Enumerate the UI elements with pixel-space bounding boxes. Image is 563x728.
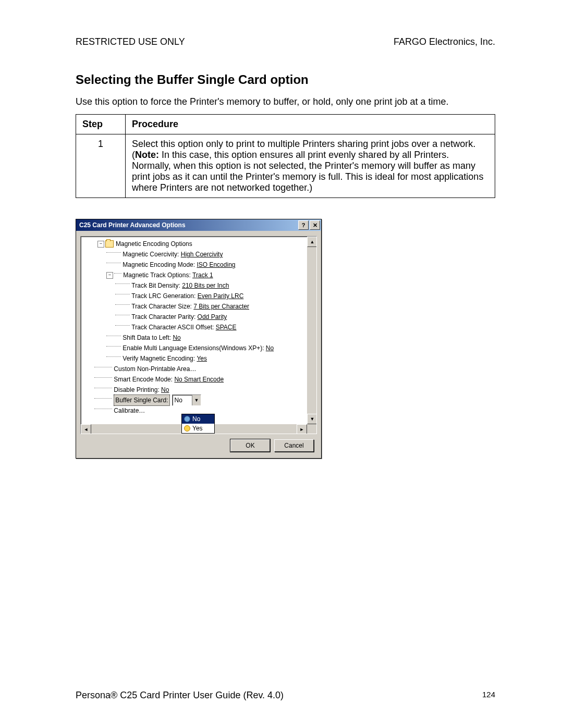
- scroll-down-icon[interactable]: ▼: [307, 414, 317, 424]
- dropdown-option-no[interactable]: No: [182, 414, 214, 424]
- chevron-down-icon[interactable]: ▼: [192, 395, 201, 405]
- tree-item[interactable]: Track Character Size: 7 Bits per Charact…: [83, 301, 316, 312]
- options-tree[interactable]: − Magnetic Encoding Options Magnetic Coe…: [80, 236, 317, 434]
- procedure-table: Step Procedure 1 Select this option only…: [76, 114, 495, 198]
- col-procedure: Procedure: [126, 115, 495, 134]
- scrollbar-corner: [307, 424, 316, 434]
- header-right: FARGO Electronics, Inc.: [394, 36, 495, 47]
- section-title: Selecting the Buffer Single Card option: [76, 72, 495, 87]
- tree-item[interactable]: Disable Printing: No: [83, 385, 316, 395]
- vertical-scrollbar[interactable]: ▲ ▼: [307, 237, 316, 424]
- close-button[interactable]: ✕: [310, 220, 320, 230]
- folder-icon: [105, 240, 114, 248]
- page-number: 124: [482, 690, 495, 701]
- header-left: RESTRICTED USE ONLY: [76, 36, 185, 47]
- tree-root-label: Magnetic Encoding Options: [116, 239, 192, 249]
- combo-value: No: [173, 395, 192, 405]
- intro-text: Use this option to force the Printer's m…: [76, 95, 495, 108]
- tree-item[interactable]: Track Character Parity: Odd Parity: [83, 312, 316, 322]
- table-header-row: Step Procedure: [76, 115, 495, 134]
- tree-item-buffer-single-card[interactable]: Buffer Single Card: No ▼: [83, 395, 316, 405]
- tree-root[interactable]: − Magnetic Encoding Options: [83, 239, 316, 249]
- combo-dropdown[interactable]: No Yes: [181, 414, 215, 434]
- page-footer: Persona® C25 Card Printer User Guide (Re…: [76, 690, 495, 701]
- lightbulb-off-icon: [184, 416, 190, 422]
- tree-item[interactable]: Custom Non-Printable Area…: [83, 364, 316, 374]
- col-step: Step: [76, 115, 126, 134]
- collapse-icon[interactable]: −: [106, 272, 113, 279]
- tree-item[interactable]: − Magnetic Track Options: Track 1: [83, 270, 316, 280]
- tree-item[interactable]: Smart Encode Mode: No Smart Encode: [83, 374, 316, 385]
- step-number: 1: [76, 134, 126, 198]
- dialog-screenshot: C25 Card Printer Advanced Options ? ✕ − …: [76, 219, 322, 459]
- cancel-button[interactable]: Cancel: [274, 439, 314, 452]
- dialog-titlebar[interactable]: C25 Card Printer Advanced Options ? ✕: [76, 219, 321, 231]
- procedure-text: Select this option only to print to mult…: [126, 134, 495, 198]
- tree-item[interactable]: Track Bit Density: 210 Bits per Inch: [83, 280, 316, 291]
- tree-item[interactable]: Track Character ASCII Offset: SPACE: [83, 322, 316, 332]
- table-row: 1 Select this option only to print to mu…: [76, 134, 495, 198]
- selected-tree-label: Buffer Single Card:: [114, 394, 169, 406]
- lightbulb-on-icon: [184, 425, 190, 431]
- page-header: RESTRICTED USE ONLY FARGO Electronics, I…: [76, 36, 495, 47]
- scroll-right-icon[interactable]: ►: [297, 424, 307, 434]
- tree-item[interactable]: Enable Multi Language Extensions(Windows…: [83, 343, 316, 353]
- note-label: Note:: [135, 150, 159, 160]
- document-page: RESTRICTED USE ONLY FARGO Electronics, I…: [0, 0, 563, 728]
- dropdown-option-yes[interactable]: Yes: [182, 424, 214, 433]
- dialog-body: − Magnetic Encoding Options Magnetic Coe…: [76, 231, 321, 458]
- tree-item[interactable]: Magnetic Coercivity: High Coercivity: [83, 249, 316, 260]
- tree-item[interactable]: Track LRC Generation: Even Parity LRC: [83, 291, 316, 301]
- help-button[interactable]: ?: [298, 220, 309, 230]
- footer-left: Persona® C25 Card Printer User Guide (Re…: [76, 690, 284, 701]
- tree-item[interactable]: Verify Magnetic Encoding: Yes: [83, 353, 316, 364]
- dialog-button-row: OK Cancel: [80, 434, 317, 457]
- ok-button[interactable]: OK: [230, 439, 270, 452]
- tree-item[interactable]: Shift Data to Left: No: [83, 332, 316, 343]
- collapse-icon[interactable]: −: [97, 241, 104, 248]
- scroll-left-icon[interactable]: ◄: [81, 424, 91, 434]
- scroll-up-icon[interactable]: ▲: [307, 237, 317, 247]
- advanced-options-dialog: C25 Card Printer Advanced Options ? ✕ − …: [76, 219, 322, 459]
- dialog-title: C25 Card Printer Advanced Options: [77, 221, 297, 229]
- tree-item[interactable]: Magnetic Encoding Mode: ISO Encoding: [83, 260, 316, 270]
- buffer-single-card-combo[interactable]: No ▼: [172, 394, 201, 406]
